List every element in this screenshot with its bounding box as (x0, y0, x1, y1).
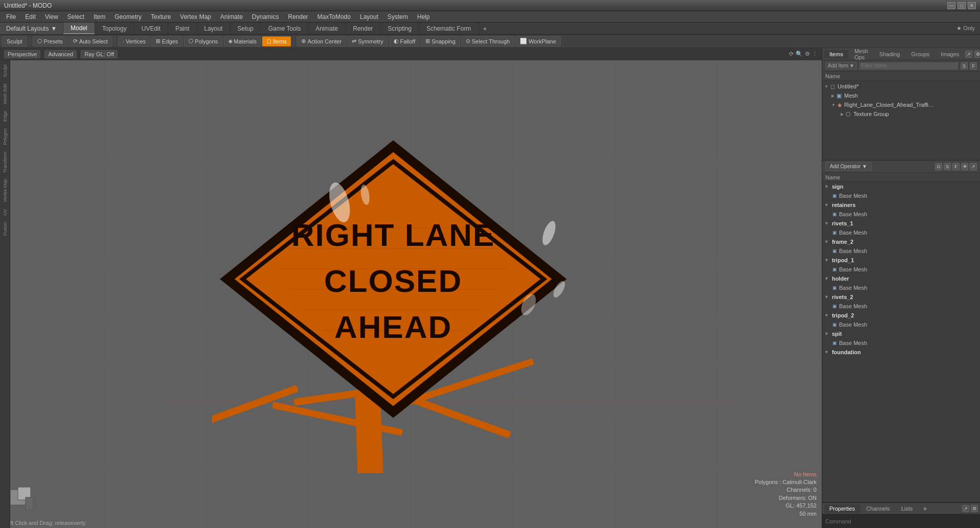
channels-tab[interactable]: Channels (861, 504, 895, 513)
viewport-icon-4[interactable]: ⋮ (812, 51, 818, 57)
panel-tab-groups[interactable]: Groups (906, 50, 935, 58)
panel-uv[interactable]: UV (2, 206, 9, 219)
menu-render[interactable]: Render (284, 12, 312, 21)
panel-expand-btn[interactable]: ↗ (965, 51, 972, 58)
command-input[interactable] (822, 514, 980, 528)
meshop-spit[interactable]: ▼ spit (822, 329, 980, 338)
meshop-retainers[interactable]: ▼ retainers (822, 200, 980, 210)
menu-texture[interactable]: Texture (147, 12, 175, 21)
tree-item-untitled[interactable]: ▼ ◻ Untitled* (822, 82, 980, 91)
raygl-button[interactable]: Ray GL: Off (81, 50, 117, 58)
items-search-btn[interactable]: S (961, 62, 968, 70)
add-item-button[interactable]: Add Item ▼ (825, 62, 857, 70)
tree-item-mesh[interactable]: ▶ ▣ Mesh (822, 91, 980, 100)
auto-select-button[interactable]: ⟳Auto Select (68, 36, 112, 47)
materials-button[interactable]: ◈Materials (224, 36, 261, 47)
menu-layout[interactable]: Layout (356, 12, 383, 21)
tab-schematic-form[interactable]: Schematic Form (419, 22, 479, 34)
meshop-sign[interactable]: ▼ sign (822, 182, 980, 191)
tab-paint[interactable]: Paint (168, 22, 197, 34)
tab-layout[interactable]: Layout (197, 22, 230, 34)
menu-help[interactable]: Help (413, 12, 434, 21)
menu-system[interactable]: System (384, 12, 412, 21)
viewport-canvas[interactable]: RIGHT LANE CLOSED AHEAD No Items Polygon… (0, 60, 822, 528)
lists-tab[interactable]: Lists (896, 504, 918, 513)
advanced-button[interactable]: Advanced (44, 50, 77, 58)
panel-sculpt[interactable]: Sculpt (2, 61, 9, 80)
filter-items-input[interactable] (859, 62, 959, 70)
viewport[interactable]: Perspective Advanced Ray GL: Off ⟳ 🔍 ⚙ ⋮… (0, 48, 822, 528)
meshop-tripod-2[interactable]: ▼ tripod_2 (822, 311, 980, 320)
items-filter-btn[interactable]: F (970, 62, 977, 70)
tab-model[interactable]: Model (63, 22, 95, 34)
navigation-cube[interactable] (8, 487, 33, 513)
tab-only-toggle[interactable]: ★ Only (951, 22, 980, 34)
maximize-button[interactable]: □ (958, 2, 966, 9)
meshop-tripod-2-base[interactable]: ▣ Base Mesh (822, 320, 980, 329)
meshop-rivets-2[interactable]: ▼ rivets_2 (822, 292, 980, 302)
panel-fusion[interactable]: Fusion (2, 219, 9, 239)
polygons-button[interactable]: ⬡Polygons (184, 36, 223, 47)
select-through-button[interactable]: ⊙Select Through (461, 36, 514, 47)
meshop-retainers-base[interactable]: ▣ Base Mesh (822, 210, 980, 219)
snapping-button[interactable]: ⊞Snapping (421, 36, 460, 47)
tab-add-button[interactable]: + (479, 22, 491, 34)
meshop-tripod-1[interactable]: ▼ tripod_1 (822, 256, 980, 265)
presets-button[interactable]: ⬡Presets (33, 36, 67, 47)
meshops-expand-btn[interactable]: ↗ (970, 163, 977, 170)
menu-select[interactable]: Select (63, 12, 88, 21)
action-center-button[interactable]: ⊕Action Center (297, 36, 346, 47)
meshops-g-btn[interactable]: G (935, 163, 942, 170)
panel-tab-mesh-ops[interactable]: Mesh Ops (849, 47, 873, 61)
perspective-button[interactable]: Perspective (4, 50, 40, 58)
meshop-rivets-1-base[interactable]: ▣ Base Mesh (822, 228, 980, 237)
panel-mesh-edit[interactable]: Mesh Edit (2, 81, 9, 107)
panel-tab-add[interactable]: + (919, 504, 931, 513)
meshop-holder[interactable]: ▼ holder (822, 274, 980, 283)
menu-maxtomodo[interactable]: MaxToModo (313, 12, 354, 21)
properties-tab[interactable]: Properties (824, 504, 860, 513)
sculpt-button[interactable]: Sculpt (2, 36, 27, 47)
meshop-frame-2[interactable]: ▼ frame_2 (822, 237, 980, 246)
meshop-rivets-2-base[interactable]: ▣ Base Mesh (822, 302, 980, 311)
meshop-foundation[interactable]: ▼ foundation (822, 348, 980, 357)
tab-animate[interactable]: Animate (308, 22, 346, 34)
layout-selector[interactable]: Default Layouts ▼ (0, 22, 63, 34)
menu-animate[interactable]: Animate (216, 12, 247, 21)
panel-transform[interactable]: Transform (2, 149, 9, 176)
vertices-button[interactable]: ·Vertices (118, 36, 150, 47)
menu-dynamics[interactable]: Dynamics (248, 12, 283, 21)
panel-tab-items[interactable]: Items (824, 50, 848, 58)
menu-file[interactable]: File (2, 12, 20, 21)
meshop-spit-base[interactable]: ▣ Base Mesh (822, 338, 980, 348)
meshop-tripod-1-base[interactable]: ▣ Base Mesh (822, 265, 980, 274)
menu-vertex-map[interactable]: Vertex Map (176, 12, 216, 21)
panel-polygon[interactable]: Polygon (2, 125, 9, 148)
bottom-expand-btn[interactable]: ↗ (962, 505, 969, 512)
tab-game-tools[interactable]: Game Tools (261, 22, 308, 34)
symmetry-button[interactable]: ⇌Symmetry (347, 36, 388, 47)
menu-item[interactable]: Item (89, 12, 109, 21)
tree-item-texture-group[interactable]: ▶ ⬡ Texture Group (822, 109, 980, 119)
close-button[interactable]: ✕ (968, 2, 976, 9)
tree-item-traffic-sign[interactable]: ▼ ◈ Right_Lane_Closed_Ahead_Traffic_Cont… (822, 100, 980, 109)
viewport-icon-2[interactable]: 🔍 (796, 51, 803, 57)
falloff-button[interactable]: ◐Falloff (389, 36, 420, 47)
meshops-s-btn[interactable]: S (944, 163, 951, 170)
meshops-eye-btn[interactable]: 👁 (961, 163, 968, 170)
panel-settings-btn[interactable]: ⚙ (974, 51, 980, 58)
tab-topology[interactable]: Topology (95, 22, 134, 34)
meshop-sign-base[interactable]: ▣ Base Mesh (822, 191, 980, 200)
tab-uvedit[interactable]: UVEdit (134, 22, 168, 34)
bottom-settings-btn[interactable]: ⚙ (971, 505, 978, 512)
panel-vertex-map[interactable]: Vertex Map (2, 176, 9, 205)
panel-edge[interactable]: Edge (2, 108, 9, 125)
tab-scripting[interactable]: Scripting (380, 22, 419, 34)
work-plane-button[interactable]: ⬜WorkPlane (515, 36, 561, 47)
edges-button[interactable]: ⊞Edges (151, 36, 182, 47)
panel-tab-images[interactable]: Images (936, 50, 964, 58)
add-operator-button[interactable]: Add Operator ▼ (825, 162, 872, 171)
meshop-rivets-1[interactable]: ▼ rivets_1 (822, 219, 980, 228)
minimize-button[interactable]: — (947, 2, 955, 9)
panel-tab-shading[interactable]: Shading (874, 50, 905, 58)
